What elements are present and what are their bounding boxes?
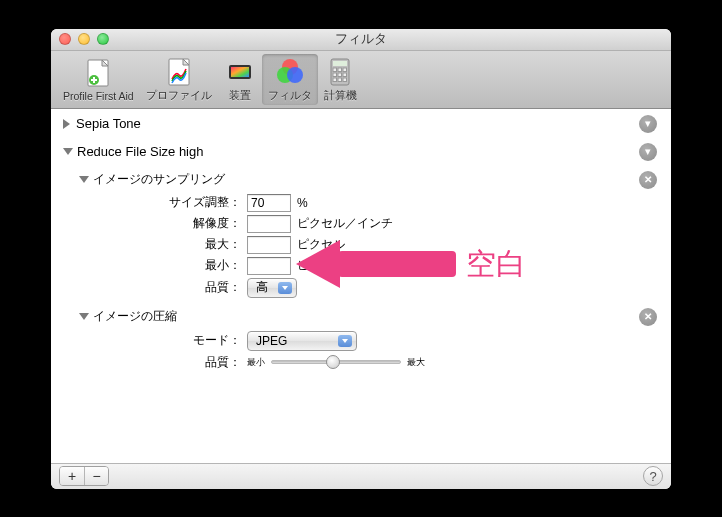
svg-rect-16 [343,68,347,72]
help-button[interactable]: ? [643,466,663,486]
toolbar-device[interactable]: 装置 [218,54,262,105]
disclosure-down-icon[interactable] [79,176,89,183]
toolbar-label: 計算機 [324,89,357,103]
section-compression[interactable]: イメージの圧縮 [79,306,671,328]
comp-quality-label: 品質： [79,354,247,371]
size-input[interactable] [247,194,291,212]
slider-thumb[interactable] [326,355,340,369]
svg-rect-21 [338,78,342,82]
toolbar: Profile First Aid プロファイル 装置 フィルタ 計算機 [51,51,671,109]
window-title: フィルタ [51,30,671,48]
form-row-max: 最大： ピクセル [79,236,671,254]
svg-rect-17 [333,73,337,77]
svg-rect-8 [231,67,249,77]
quality-slider-wrap: 最小 最大 [247,354,425,370]
svg-rect-20 [333,78,337,82]
toolbar-label: Profile First Aid [63,90,134,102]
toolbar-calculator[interactable]: 計算機 [318,54,363,105]
content-area[interactable]: Sepia Tone Reduce File Size high イメージのサン… [51,109,671,463]
quality-select[interactable]: 高 [247,278,297,298]
svg-rect-22 [343,78,347,82]
device-icon [224,56,256,88]
window: フィルタ Profile First Aid プロファイル 装置 フィルタ [51,29,671,489]
add-button[interactable]: + [60,467,84,485]
quality-value: 高 [256,279,268,296]
min-input[interactable] [247,257,291,275]
svg-rect-14 [333,68,337,72]
mode-select[interactable]: JPEG [247,331,357,351]
add-remove-segment: + − [59,466,109,486]
form-row-quality: 品質： 高 [79,278,671,298]
filter-row-sepia[interactable]: Sepia Tone [51,113,671,135]
slider-max-label: 最大 [407,356,425,369]
mode-label: モード： [79,332,247,349]
section-title: イメージの圧縮 [93,308,177,325]
form-row-mode: モード： JPEG [79,331,671,351]
max-input[interactable] [247,236,291,254]
toolbar-label: プロファイル [146,89,212,103]
resolution-input[interactable] [247,215,291,233]
section-sampling[interactable]: イメージのサンプリング [79,169,671,191]
remove-button[interactable] [639,308,657,326]
form-row-size: サイズ調整： % [79,194,671,212]
toolbar-label: フィルタ [268,89,312,103]
toolbar-profile[interactable]: プロファイル [140,54,218,105]
disclosure-down-icon[interactable] [79,313,89,320]
disclosure-right-icon[interactable] [63,119,70,129]
slider-min-label: 最小 [247,356,265,369]
toolbar-profile-first-aid[interactable]: Profile First Aid [57,55,140,104]
form-row-min: 最小： ピクセル [79,257,671,275]
remove-button[interactable]: − [84,467,108,485]
close-button[interactable] [59,33,71,45]
form-row-resolution: 解像度： ピクセル／インチ [79,215,671,233]
disclosure-down-icon[interactable] [63,148,73,155]
action-menu-button[interactable] [639,115,657,133]
svg-rect-19 [343,73,347,77]
svg-rect-18 [338,73,342,77]
max-label: 最大： [79,236,247,253]
svg-rect-4 [91,79,97,81]
document-plus-icon [82,57,114,89]
toolbar-filter[interactable]: フィルタ [262,54,318,105]
form-row-comp-quality: 品質： 最小 最大 [79,354,671,371]
min-label: 最小： [79,257,247,274]
quality-label: 品質： [79,279,247,296]
toolbar-label: 装置 [229,89,251,103]
unit-percent: % [297,196,308,210]
footer: + − ? [51,463,671,489]
filter-title: Sepia Tone [76,116,141,131]
filter-title: Reduce File Size high [77,144,203,159]
filter-icon [274,56,306,88]
unit-ppi: ピクセル／インチ [297,215,393,232]
size-label: サイズ調整： [79,194,247,211]
svg-rect-15 [338,68,342,72]
traffic-lights [51,33,109,45]
remove-button[interactable] [639,171,657,189]
filter-row-reduce[interactable]: Reduce File Size high [51,141,671,163]
titlebar[interactable]: フィルタ [51,29,671,51]
action-menu-button[interactable] [639,143,657,161]
zoom-button[interactable] [97,33,109,45]
calculator-icon [324,56,356,88]
profile-icon [163,56,195,88]
unit-px: ピクセル [297,257,345,274]
section-title: イメージのサンプリング [93,171,225,188]
unit-px: ピクセル [297,236,345,253]
svg-rect-13 [333,61,347,66]
minimize-button[interactable] [78,33,90,45]
resolution-label: 解像度： [79,215,247,232]
quality-slider[interactable] [271,354,401,370]
svg-point-11 [287,67,303,83]
mode-value: JPEG [256,334,287,348]
